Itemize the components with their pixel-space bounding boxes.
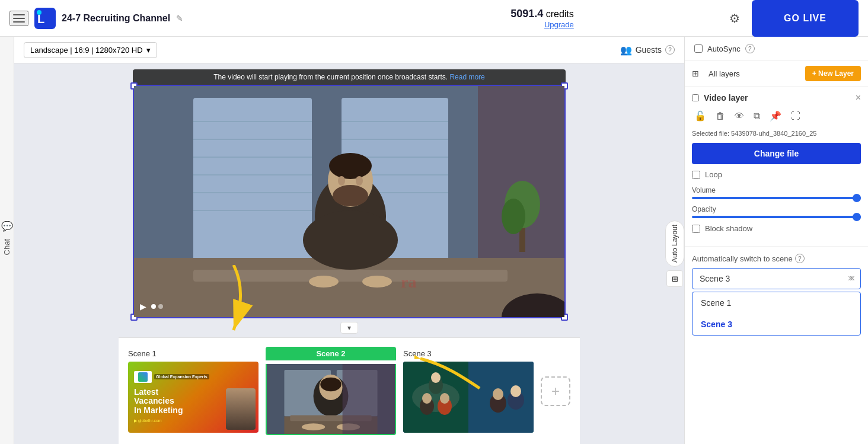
hamburger-menu[interactable] xyxy=(9,11,28,26)
logo: L xyxy=(34,8,56,29)
video-controls: ▶ xyxy=(140,302,163,311)
all-layers-button[interactable]: All layers xyxy=(704,67,745,81)
canvas-area: The video will start playing from the cu… xyxy=(14,63,684,444)
svg-point-2 xyxy=(37,10,42,15)
svg-text:ra: ra xyxy=(401,273,416,291)
auto-layout-toggle[interactable]: Auto Layout xyxy=(665,221,684,267)
volume-slider-container xyxy=(692,197,861,199)
layout-icon-button[interactable]: ⊞ xyxy=(666,270,683,287)
scene-1-thumbnail[interactable]: Global Expansion Experts LatestVacancies… xyxy=(128,362,259,433)
scene-option-3[interactable]: Scene 3 xyxy=(693,314,860,335)
duplicate-layer-button[interactable]: ⧉ xyxy=(751,108,762,124)
svg-point-24 xyxy=(356,176,363,186)
delete-layer-button[interactable]: 🗑 xyxy=(713,108,727,124)
layer-checkbox[interactable] xyxy=(692,94,699,101)
svg-point-57 xyxy=(493,388,503,400)
settings-button[interactable]: ⚙ xyxy=(725,7,745,30)
svg-point-23 xyxy=(338,176,345,186)
chat-label[interactable]: Chat xyxy=(2,234,11,260)
autosync-help[interactable]: ? xyxy=(745,44,755,53)
scene-item-1: Scene 1 Global Expansion Experts LatestV… xyxy=(128,349,259,433)
go-live-button[interactable]: GO LIVE xyxy=(752,0,859,37)
loop-label: Loop xyxy=(705,170,722,179)
collapse-button[interactable]: ▾ xyxy=(340,322,358,334)
scene-2-preview xyxy=(267,364,395,435)
layer-title-row: Video layer xyxy=(692,93,748,103)
credits-block: 5091.4 credits Upgrade xyxy=(510,8,574,29)
visibility-layer-button[interactable]: 👁 xyxy=(732,108,746,124)
opacity-slider[interactable] xyxy=(692,216,861,218)
scene-selected-value: Scene 3 xyxy=(700,274,730,283)
center-content: Landscape | 16:9 | 1280x720 HD ▾ 👥 Guest… xyxy=(14,37,684,444)
svg-rect-45 xyxy=(343,364,395,434)
switch-scene-label: Automatically switch to scene ? xyxy=(692,254,861,263)
block-shadow-row: Block shadow xyxy=(692,224,861,233)
scene-item-3: Scene 3 xyxy=(403,349,534,433)
svg-point-52 xyxy=(440,393,449,404)
autosync-row: AutoSync ? xyxy=(685,37,868,61)
resolution-select[interactable]: Landscape | 16:9 | 1280x720 HD ▾ xyxy=(24,42,157,58)
header-center: 5091.4 credits Upgrade xyxy=(367,8,717,29)
svg-point-22 xyxy=(329,153,372,179)
lock-layer-button[interactable]: 🔓 xyxy=(692,108,709,124)
fullscreen-layer-button[interactable]: ⛶ xyxy=(789,108,803,124)
resolution-chevron: ▾ xyxy=(146,46,151,55)
block-shadow-checkbox[interactable] xyxy=(692,225,700,233)
scene-2-thumbnail[interactable] xyxy=(266,364,396,435)
svg-point-54 xyxy=(431,372,441,383)
layer-actions: 🔓 🗑 👁 ⧉ 📌 ⛶ xyxy=(692,108,861,124)
add-scene-button[interactable]: + xyxy=(541,376,570,406)
credits-amount: 5091.4 xyxy=(510,8,543,20)
autosync-label: AutoSync xyxy=(707,44,741,53)
new-layer-button[interactable]: + New Layer xyxy=(805,66,861,81)
scene-option-1[interactable]: Scene 1 xyxy=(693,292,860,314)
volume-slider[interactable] xyxy=(692,197,861,199)
upgrade-link[interactable]: Upgrade xyxy=(510,20,574,29)
svg-point-25 xyxy=(333,185,368,206)
switch-scene-help[interactable]: ? xyxy=(795,254,805,263)
scene-select-display[interactable]: Scene 3 × xyxy=(692,268,861,289)
pin-layer-button[interactable]: 📌 xyxy=(767,108,784,124)
scene-3-preview xyxy=(403,362,534,433)
guests-icon: 👥 xyxy=(620,44,632,56)
progress-dots xyxy=(151,304,163,309)
svg-point-59 xyxy=(510,385,521,397)
autosync-checkbox[interactable] xyxy=(694,44,703,53)
change-file-button[interactable]: Change file xyxy=(692,143,861,164)
guests-button[interactable]: 👥 Guests ? xyxy=(620,44,675,56)
video-notification: The video will start playing from the cu… xyxy=(133,69,566,85)
clear-scene-icon[interactable]: × xyxy=(848,273,853,284)
loop-row: Loop xyxy=(692,170,861,179)
guests-help-icon[interactable]: ? xyxy=(665,45,675,55)
edit-channel-icon[interactable]: ✎ xyxy=(176,14,183,23)
right-panel: AutoSync ? ⊞ All layers + New Layer Vide… xyxy=(684,37,868,444)
play-button[interactable]: ▶ xyxy=(140,302,146,311)
svg-rect-19 xyxy=(193,270,508,282)
svg-point-50 xyxy=(422,393,432,404)
opacity-row: Opacity xyxy=(692,205,861,218)
scene-3-thumbnail[interactable] xyxy=(403,362,534,433)
video-background: ra xyxy=(134,86,564,317)
read-more-link[interactable]: Read more xyxy=(449,73,484,81)
chat-icon: 💬 xyxy=(1,221,13,232)
scene-dropdown: Scene 1 Scene 3 xyxy=(692,292,861,336)
video-wrapper: ra ▶ xyxy=(133,85,566,318)
svg-point-40 xyxy=(320,378,341,392)
layer-close-button[interactable]: × xyxy=(856,92,861,103)
loop-checkbox[interactable] xyxy=(692,171,700,179)
scenes-bar: Scene 1 Global Expansion Experts LatestV… xyxy=(119,337,580,444)
scene-select-wrapper: Scene 3 × xyxy=(692,268,861,289)
channel-name: 24-7 Recruiting Channel xyxy=(62,13,170,24)
resolution-label: Landscape | 16:9 | 1280x720 HD xyxy=(30,46,143,55)
layer-header: Video layer × xyxy=(692,92,861,103)
layer-title: Video layer xyxy=(704,93,748,103)
selected-file-text: Selected file: 5439078-uhd_3840_2160_25 xyxy=(692,130,861,137)
credits-label: credits xyxy=(546,9,574,19)
chat-panel: 💬 Chat xyxy=(0,37,14,444)
volume-row: Volume xyxy=(692,186,861,199)
toolbar: Landscape | 16:9 | 1280x720 HD ▾ 👥 Guest… xyxy=(14,37,684,63)
video-layer-section: Video layer × 🔓 🗑 👁 ⧉ 📌 ⛶ Selected file:… xyxy=(685,87,868,247)
opacity-slider-container xyxy=(692,216,861,218)
scene-2-active-label: Scene 2 xyxy=(266,347,396,360)
dot-1 xyxy=(151,304,156,309)
